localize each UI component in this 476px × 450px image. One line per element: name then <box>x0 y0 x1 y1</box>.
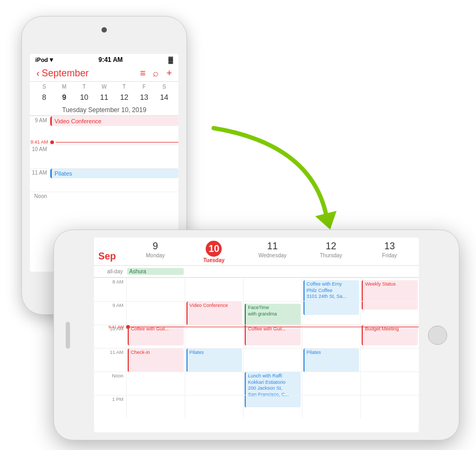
event-pilates[interactable]: Pilates <box>50 169 178 178</box>
cell-8am-fri: Weekly Status <box>360 278 419 301</box>
cell-11am-thu: Pilates <box>302 348 361 372</box>
weekday-thu: T <box>114 84 134 91</box>
volume-button[interactable] <box>66 322 70 349</box>
cell-8am-thu: Coffee with ErnyPhilz Coffee3101 24th St… <box>302 278 361 301</box>
all-day-label: all-day <box>94 269 126 274</box>
date-11[interactable]: 11 <box>94 92 114 102</box>
status-bar: iPod ▾ 9:41 AM ▓ <box>30 54 178 66</box>
event-checkin[interactable]: Check-in <box>128 349 184 372</box>
cell-8am-wed <box>243 278 302 301</box>
event-ashura[interactable]: Ashura <box>127 268 184 275</box>
time-slot-11am: 11 AM Pilates <box>30 168 178 192</box>
date-8[interactable]: 8 <box>34 92 54 102</box>
list-icon[interactable]: ≡ <box>140 68 146 79</box>
all-day-row: all-day Ashura <box>94 266 419 278</box>
cell-noon-mon <box>126 372 185 395</box>
ipod-horizontal: Sep 9 Monday 10 Tuesday 11 Wednesday <box>53 230 459 440</box>
cell-11am-mon: Check-in <box>126 348 185 372</box>
row-1pm: 1 PM <box>94 395 419 419</box>
calendar-columns-header: Sep 9 Monday 10 Tuesday 11 Wednesday <box>94 238 419 266</box>
cell-9am-wed: FaceTimewith grandma <box>243 301 302 325</box>
horizontal-screen: Sep 9 Monday 10 Tuesday 11 Wednesday <box>94 238 419 432</box>
row-11am: 11 AM Check-in Pilates Pilates <box>94 348 419 372</box>
arrow-graphic <box>203 123 353 240</box>
all-day-mon: Ashura <box>126 267 185 275</box>
date-row: 8 9 10 11 12 13 14 <box>30 92 178 105</box>
cell-1pm-wed <box>243 395 302 419</box>
row-8am: 8 AM Coffee with ErnyPhilz Coffee3101 24… <box>94 278 419 301</box>
cell-noon-tue <box>185 372 244 395</box>
carrier-label: iPod <box>35 57 48 63</box>
cell-1pm-tue <box>185 395 244 419</box>
cell-1pm-fri <box>360 395 419 419</box>
weekday-labels: S M T W T F S <box>30 82 178 92</box>
current-time-indicator: 9:41 AM <box>30 139 178 145</box>
clock-label: 9:41 AM <box>98 56 123 64</box>
search-icon[interactable]: ⌕ <box>153 68 159 79</box>
cell-9am-fri <box>360 301 419 325</box>
front-camera <box>102 27 107 33</box>
col-mon-9[interactable]: 9 Monday <box>126 241 185 263</box>
battery-icon: ▓ <box>168 56 173 64</box>
weekday-sun: S <box>34 84 54 91</box>
col-tue-10-today[interactable]: 10 Tuesday <box>185 241 244 263</box>
time-slot-10am: 10 AM <box>30 145 178 168</box>
calendar-header: ‹ September ≡ ⌕ + <box>30 66 178 82</box>
date-14[interactable]: 14 <box>154 92 174 102</box>
date-9[interactable]: 9 <box>54 92 74 102</box>
home-button-h[interactable] <box>428 326 447 345</box>
col-thu-12[interactable]: 12 Thursday <box>302 241 361 263</box>
cell-11am-fri <box>360 348 419 372</box>
event-video-conference[interactable]: Video Conference <box>50 116 178 126</box>
cell-8am-mon <box>126 278 185 301</box>
weekday-wed: W <box>94 84 114 91</box>
event-video-conf-h[interactable]: Video Conference <box>186 302 243 325</box>
cell-11am-wed <box>243 348 302 372</box>
weekday-fri: F <box>134 84 154 91</box>
wifi-icon: ▾ <box>50 56 53 64</box>
schedule: 9 AM Video Conference 9:41 AM 10 AM 11 A… <box>30 116 178 215</box>
time-slot-9am: 9 AM Video Conference <box>30 116 178 139</box>
cell-9am-tue: Video Conference <box>185 301 244 325</box>
cell-9am-mon <box>126 301 185 325</box>
current-time-h-indicator: 9:41 AM <box>94 325 419 329</box>
cell-9am-thu <box>302 301 361 325</box>
event-pilates-tue-h[interactable]: Pilates <box>186 349 243 372</box>
event-pilates-thu-h[interactable]: Pilates <box>303 349 360 372</box>
row-noon: Noon Lunch with RaffiKokkari Estiatorio2… <box>94 372 419 395</box>
time-grid: 8 AM Coffee with ErnyPhilz Coffee3101 24… <box>94 278 419 432</box>
date-13[interactable]: 13 <box>134 92 154 102</box>
selected-date: Tuesday September 10, 2019 <box>30 105 178 116</box>
cell-8am-tue <box>185 278 244 301</box>
cell-1pm-mon <box>126 395 185 419</box>
add-icon[interactable]: + <box>166 68 172 79</box>
weekday-tue: T <box>74 84 94 91</box>
weekday-sat: S <box>154 84 174 91</box>
cell-noon-thu <box>302 372 361 395</box>
cell-noon-fri <box>360 372 419 395</box>
cell-noon-wed: Lunch with RaffiKokkari Estiatorio200 Ja… <box>243 372 302 395</box>
cell-1pm-thu <box>302 395 361 419</box>
sep-label: Sep <box>94 241 126 263</box>
row-9am: 9 AM Video Conference FaceTimewith grand… <box>94 301 419 325</box>
date-10-today[interactable]: 10 <box>74 92 94 102</box>
back-chevron[interactable]: ‹ <box>36 68 40 79</box>
weekday-mon: M <box>54 84 74 91</box>
col-fri-13[interactable]: 13 Friday <box>360 241 419 263</box>
cell-11am-tue: Pilates <box>185 348 244 372</box>
month-label: September <box>42 68 89 79</box>
svg-marker-0 <box>315 211 337 230</box>
date-12[interactable]: 12 <box>114 92 134 102</box>
col-wed-11[interactable]: 11 Wednesday <box>243 241 302 263</box>
horizontal-calendar: Sep 9 Monday 10 Tuesday 11 Wednesday <box>94 238 419 432</box>
time-slot-noon: Noon <box>30 192 178 215</box>
